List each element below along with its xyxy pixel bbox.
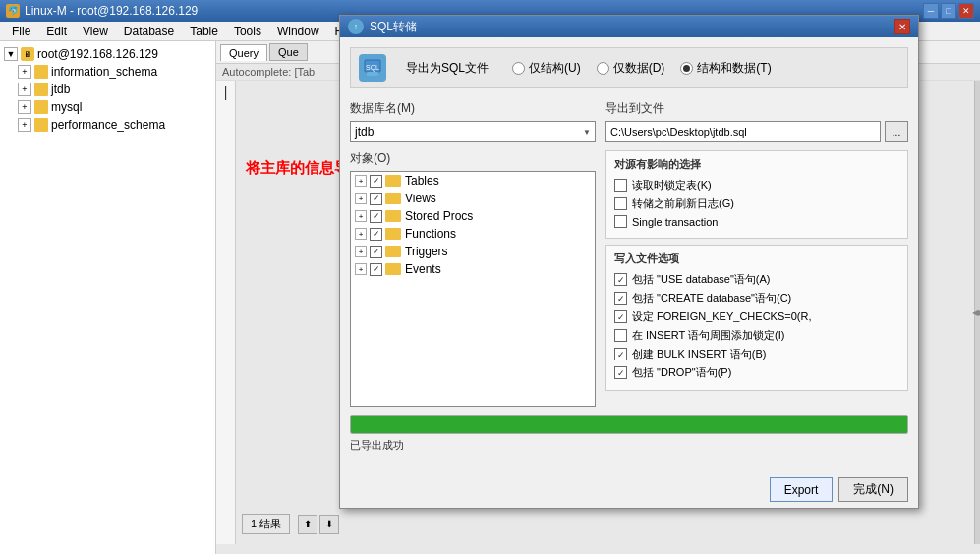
- triggers-checkbox[interactable]: [370, 246, 382, 258]
- results-bar: 1 结果 ⬆ ⬇: [242, 514, 339, 534]
- sidebar: ▼ 🖥 root@192.168.126.129 + information_s…: [0, 41, 216, 554]
- obj-item-stored-procs[interactable]: + Stored Procs: [351, 207, 595, 225]
- cb-single-transaction-box[interactable]: [614, 215, 627, 228]
- radio-data-only[interactable]: 仅数据(D): [597, 60, 665, 77]
- cb-foreign-key-checks: 设定 FOREIGN_KEY_CHECKS=0(R,: [614, 309, 899, 324]
- db-select[interactable]: jtdb ▼: [350, 121, 596, 142]
- menu-edit[interactable]: Edit: [38, 23, 75, 40]
- dialog-left-col: 数据库名(M) jtdb ▼ 对象(O) +: [350, 100, 596, 407]
- minimize-btn[interactable]: ─: [923, 3, 939, 19]
- cb-bulk-insert: 创建 BULK INSERT 语句(B): [614, 347, 899, 361]
- sidebar-item-jtdb[interactable]: + jtdb: [0, 81, 215, 98]
- file-path-input[interactable]: C:\Users\pc\Desktop\jtdb.sql: [605, 121, 881, 142]
- db-select-value: jtdb: [355, 125, 374, 138]
- sidebar-server[interactable]: ▼ 🖥 root@192.168.126.129: [0, 45, 215, 63]
- autocomplete-label: Autocomplete:: [222, 66, 291, 78]
- obj-item-functions[interactable]: + Functions: [351, 225, 595, 243]
- views-checkbox[interactable]: [370, 193, 382, 205]
- db-icon-4: [34, 118, 48, 132]
- jtdb-toggle[interactable]: +: [18, 83, 31, 96]
- stored-procs-checkbox[interactable]: [370, 210, 382, 223]
- cb-create-database-box[interactable]: [614, 292, 627, 305]
- info-schema-toggle[interactable]: +: [18, 65, 31, 79]
- radio-circle-1: [512, 62, 525, 75]
- tab-que[interactable]: Que: [269, 43, 308, 61]
- radio-circle-2: [597, 62, 609, 75]
- tables-checkbox[interactable]: [370, 175, 382, 188]
- finish-button[interactable]: 完成(N): [838, 477, 908, 502]
- cb-bulk-insert-label: 创建 BULK INSERT 语句(B): [632, 347, 767, 361]
- radio-structure-only[interactable]: 仅结构(U): [512, 60, 581, 77]
- menu-table[interactable]: Table: [182, 23, 226, 40]
- cb-flush-logs-box[interactable]: [614, 197, 627, 210]
- perf-schema-toggle[interactable]: +: [18, 118, 31, 132]
- cb-drop-box[interactable]: [614, 366, 627, 379]
- tables-toggle[interactable]: +: [355, 175, 367, 187]
- menu-tools[interactable]: Tools: [226, 23, 269, 40]
- cb-create-database-label: 包括 "CREATE database"语句(C): [632, 291, 791, 305]
- cb-lock-tables-box[interactable]: [614, 179, 627, 192]
- functions-label: Functions: [405, 227, 456, 241]
- chevron-down-icon: ▼: [583, 128, 591, 137]
- export-type-label: 导出为SQL文件: [406, 60, 489, 77]
- views-folder-icon: [385, 193, 401, 204]
- import-icon[interactable]: ⬇: [319, 515, 339, 534]
- obj-item-views[interactable]: + Views: [351, 190, 595, 207]
- export-file-label: 导出到文件: [605, 100, 908, 117]
- events-folder-icon: [385, 263, 401, 275]
- sql-dump-dialog: ↑ SQL转储 ✕ SQL 导出为SQL文件: [339, 15, 919, 509]
- restore-btn[interactable]: □: [941, 3, 956, 19]
- progress-bar-background: [350, 415, 908, 434]
- menu-file[interactable]: File: [4, 23, 38, 40]
- dialog-close-btn[interactable]: ✕: [894, 19, 910, 34]
- server-label: root@192.168.126.129: [37, 47, 158, 61]
- tab-query[interactable]: Query: [220, 44, 267, 61]
- obj-item-tables[interactable]: + Tables: [351, 172, 595, 190]
- stored-procs-toggle[interactable]: +: [355, 210, 367, 222]
- sidebar-item-performance-schema[interactable]: + performance_schema: [0, 116, 215, 134]
- cb-use-database-box[interactable]: [614, 273, 627, 286]
- radio-structure-and-data[interactable]: 结构和数据(T): [680, 60, 771, 77]
- cb-single-transaction-label: Single transaction: [632, 216, 718, 228]
- functions-checkbox[interactable]: [370, 228, 382, 241]
- file-input-row: C:\Users\pc\Desktop\jtdb.sql ...: [605, 121, 908, 142]
- triggers-toggle[interactable]: +: [355, 246, 367, 257]
- menu-database[interactable]: Database: [116, 23, 182, 40]
- info-schema-label: information_schema: [51, 65, 157, 79]
- export-icon[interactable]: ⬆: [298, 515, 317, 534]
- file-browse-btn[interactable]: ...: [885, 121, 908, 142]
- server-toggle[interactable]: ▼: [4, 47, 18, 61]
- events-toggle[interactable]: +: [355, 263, 367, 275]
- cb-flush-logs-label: 转储之前刷新日志(G): [632, 196, 734, 211]
- stored-procs-folder-icon: [385, 210, 401, 222]
- export-button[interactable]: Export: [770, 477, 834, 502]
- events-label: Events: [405, 262, 441, 276]
- sidebar-item-information-schema[interactable]: + information_schema: [0, 63, 215, 81]
- functions-toggle[interactable]: +: [355, 228, 367, 240]
- menu-view[interactable]: View: [75, 23, 116, 40]
- obj-item-triggers[interactable]: + Triggers: [351, 243, 595, 260]
- cb-single-transaction: Single transaction: [614, 215, 899, 228]
- cb-create-database: 包括 "CREATE database"语句(C): [614, 291, 899, 305]
- export-file-section: 导出到文件 C:\Users\pc\Desktop\jtdb.sql ...: [605, 100, 908, 142]
- db-icon-2: [34, 83, 48, 96]
- mysql-toggle[interactable]: +: [18, 100, 31, 114]
- dialog-right-col: 导出到文件 C:\Users\pc\Desktop\jtdb.sql ... 对…: [605, 100, 908, 407]
- source-options-section: 对源有影响的选择 读取时锁定表(K) 转储之前刷新日志(G): [605, 150, 908, 239]
- menu-window[interactable]: Window: [269, 23, 327, 40]
- radio-label-1: 仅结构(U): [529, 60, 581, 77]
- cb-insert-lock: 在 INSERT 语句周围添加锁定(I): [614, 328, 899, 343]
- svg-text:SQL: SQL: [366, 64, 379, 72]
- close-btn[interactable]: ✕: [958, 3, 974, 19]
- cb-insert-lock-box[interactable]: [614, 329, 627, 342]
- obj-item-events[interactable]: + Events: [351, 260, 595, 278]
- views-toggle[interactable]: +: [355, 193, 367, 204]
- tables-label: Tables: [405, 174, 439, 188]
- cb-foreign-key-checks-box[interactable]: [614, 310, 627, 323]
- events-checkbox[interactable]: [370, 263, 382, 276]
- cb-bulk-insert-box[interactable]: [614, 348, 627, 360]
- progress-section: 已导出成功: [350, 415, 908, 453]
- sidebar-item-mysql[interactable]: + mysql: [0, 98, 215, 116]
- autocomplete-value: [Tab: [294, 66, 315, 78]
- right-section-label: 对源有影响的选择: [614, 157, 899, 172]
